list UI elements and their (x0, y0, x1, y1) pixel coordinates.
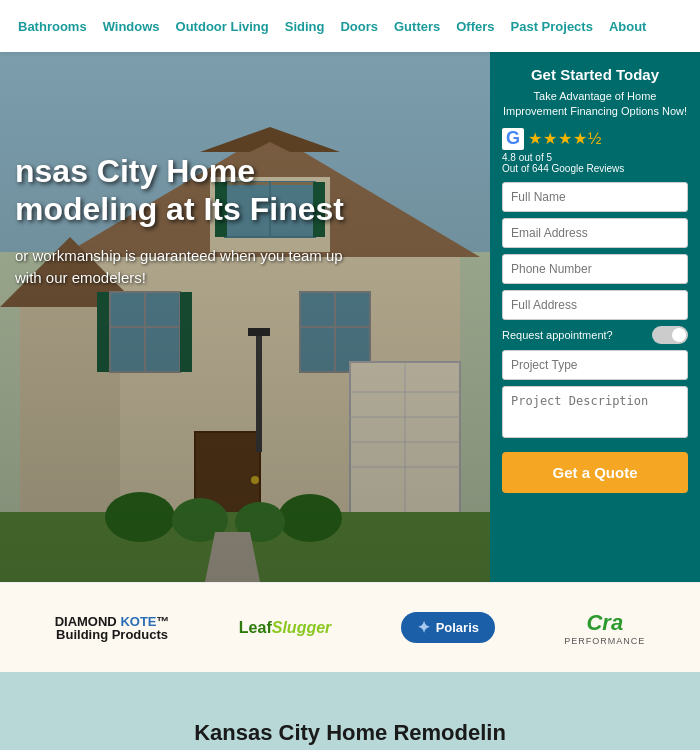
project-type-input[interactable] (502, 350, 688, 380)
hero-text-block: nsas City Home modeling at Its Finest or… (0, 132, 360, 310)
rating-text: 4.8 out of 5 Out of 644 Google Reviews (502, 152, 688, 174)
nav-past-projects[interactable]: Past Projects (503, 19, 601, 34)
google-g-icon: G (502, 128, 524, 150)
address-input[interactable] (502, 290, 688, 320)
google-rating-row: G ★★★★½ (502, 128, 688, 150)
nav-windows[interactable]: Windows (95, 19, 168, 34)
appointment-row: Request appointment? (502, 326, 688, 344)
get-quote-button[interactable]: Get a Quote (502, 452, 688, 493)
bottom-section: Kansas City Home Remodelin (0, 672, 700, 750)
nav-bathrooms[interactable]: Bathrooms (10, 19, 95, 34)
hero-subtext: or workmanship is guaranteed when you te… (15, 245, 345, 290)
form-subtitle: Take Advantage of Home Improvement Finan… (502, 89, 688, 120)
brand-cra: Cra PERFORMANCE (564, 610, 645, 646)
full-stars: ★★★★ (528, 130, 588, 147)
nav-outdoor-living[interactable]: Outdoor Living (168, 19, 277, 34)
polaris-icon: ✦ (417, 618, 430, 637)
nav-about[interactable]: About (601, 19, 655, 34)
brand-polaris: ✦ Polaris (401, 612, 495, 643)
project-description-input[interactable] (502, 386, 688, 438)
email-input[interactable] (502, 218, 688, 248)
star-rating: ★★★★½ (528, 129, 601, 148)
hero-section: nsas City Home modeling at Its Finest or… (0, 52, 700, 582)
quote-form-panel: Get Started Today Take Advantage of Home… (490, 52, 700, 582)
nav-siding[interactable]: Siding (277, 19, 333, 34)
appointment-toggle[interactable] (652, 326, 688, 344)
full-name-input[interactable] (502, 182, 688, 212)
hero-headline: nsas City Home modeling at Its Finest (15, 152, 345, 229)
nav-offers[interactable]: Offers (448, 19, 502, 34)
form-title: Get Started Today (502, 66, 688, 83)
nav-doors[interactable]: Doors (332, 19, 386, 34)
phone-input[interactable] (502, 254, 688, 284)
nav-gutters[interactable]: Gutters (386, 19, 448, 34)
navigation: Bathrooms Windows Outdoor Living Siding … (0, 0, 700, 52)
brand-leaf-slugger: LeafSlugger (239, 619, 331, 637)
brand-bar: DIAMOND KOTE™ Building Products LeafSlug… (0, 582, 700, 672)
bottom-title: Kansas City Home Remodelin (194, 720, 506, 746)
half-star: ½ (588, 130, 601, 147)
appointment-label: Request appointment? (502, 329, 613, 341)
brand-diamond-kote: DIAMOND KOTE™ Building Products (55, 615, 170, 641)
